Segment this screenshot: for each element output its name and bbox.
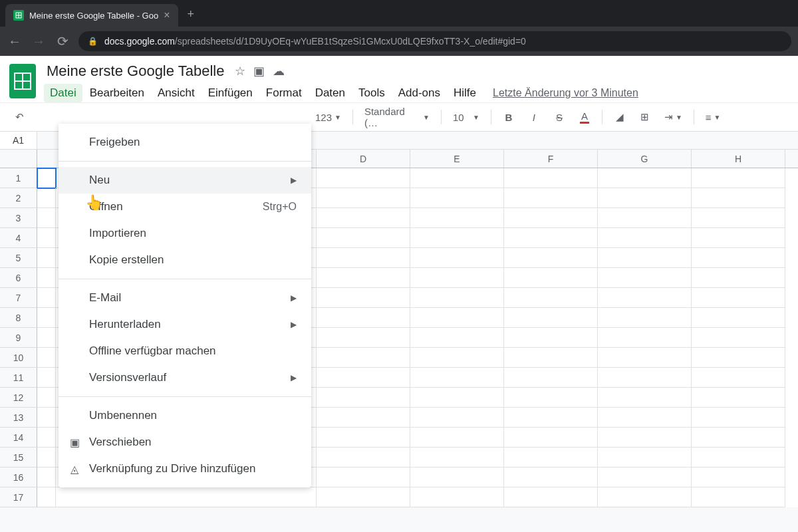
- cell[interactable]: [692, 208, 785, 228]
- cell[interactable]: [37, 168, 56, 188]
- cell[interactable]: [37, 248, 56, 268]
- cell[interactable]: [37, 208, 56, 228]
- cell[interactable]: [692, 188, 785, 208]
- cell[interactable]: [692, 408, 785, 428]
- cell[interactable]: [504, 308, 598, 328]
- cell[interactable]: [410, 168, 504, 188]
- row-header[interactable]: 7: [0, 288, 37, 308]
- menu-hilfe[interactable]: Hilfe: [448, 84, 482, 102]
- row-header[interactable]: 6: [0, 268, 37, 288]
- menu-item-herunterladen[interactable]: Herunterladen▶: [59, 311, 311, 338]
- cell[interactable]: [598, 168, 692, 188]
- row-header[interactable]: 14: [0, 428, 37, 448]
- row-header[interactable]: 13: [0, 408, 37, 428]
- row-header[interactable]: 12: [0, 388, 37, 408]
- cell[interactable]: [692, 467, 785, 487]
- menu-item-freigeben[interactable]: Freigeben: [59, 129, 311, 156]
- cell[interactable]: [410, 348, 504, 368]
- cell[interactable]: [410, 248, 504, 268]
- cell[interactable]: [410, 288, 504, 308]
- new-tab-icon[interactable]: +: [188, 7, 195, 21]
- cell[interactable]: [504, 208, 598, 228]
- cell[interactable]: [317, 288, 410, 308]
- select-all-corner[interactable]: [0, 150, 37, 168]
- cell[interactable]: [692, 248, 785, 268]
- row-header[interactable]: 8: [0, 308, 37, 328]
- menu-item--ffnen[interactable]: ÖffnenStrg+O: [59, 194, 311, 220]
- cell[interactable]: [598, 487, 692, 507]
- cell[interactable]: [410, 487, 504, 507]
- menu-datei[interactable]: Datei: [44, 84, 82, 102]
- cell[interactable]: [37, 487, 56, 507]
- cell[interactable]: [317, 428, 410, 448]
- col-header[interactable]: E: [410, 150, 504, 168]
- sheets-logo-icon[interactable]: [9, 64, 36, 98]
- cell[interactable]: [317, 268, 410, 288]
- cell[interactable]: [37, 467, 56, 487]
- row-header[interactable]: 2: [0, 188, 37, 208]
- row-header[interactable]: 3: [0, 208, 37, 228]
- row-header[interactable]: 9: [0, 328, 37, 348]
- cell[interactable]: [598, 208, 692, 228]
- cell[interactable]: [317, 448, 410, 467]
- undo-icon[interactable]: ↶: [9, 107, 29, 127]
- browser-tab[interactable]: Meine erste Google Tabelle - Goo ×: [5, 4, 178, 27]
- menu-item-neu[interactable]: Neu▶: [59, 167, 311, 194]
- cell[interactable]: [692, 288, 785, 308]
- move-icon[interactable]: ▣: [253, 64, 265, 78]
- row-header[interactable]: 1: [0, 168, 37, 188]
- strikethrough-icon[interactable]: S: [549, 107, 569, 127]
- cell[interactable]: [317, 388, 410, 408]
- cell[interactable]: [410, 467, 504, 487]
- cell[interactable]: [598, 368, 692, 388]
- cell[interactable]: [410, 408, 504, 428]
- cell[interactable]: [598, 228, 692, 248]
- menu-bearbeiten[interactable]: Bearbeiten: [84, 84, 150, 102]
- borders-icon[interactable]: ⊞: [635, 107, 655, 127]
- cell[interactable]: [317, 168, 410, 188]
- menu-item-importieren[interactable]: Importieren: [59, 220, 311, 247]
- cell[interactable]: [598, 268, 692, 288]
- cell[interactable]: [504, 408, 598, 428]
- cell[interactable]: [37, 288, 56, 308]
- document-title[interactable]: Meine erste Google Tabelle: [44, 61, 227, 81]
- forward-icon[interactable]: →: [31, 33, 47, 49]
- cell[interactable]: [317, 308, 410, 328]
- cell[interactable]: [598, 288, 692, 308]
- text-color-icon[interactable]: A: [575, 107, 595, 127]
- cell[interactable]: [504, 348, 598, 368]
- cell[interactable]: [692, 268, 785, 288]
- horizontal-align-button[interactable]: ≡▼: [702, 112, 725, 123]
- cell[interactable]: [598, 408, 692, 428]
- reload-icon[interactable]: ⟳: [55, 33, 70, 49]
- cell[interactable]: [37, 448, 56, 467]
- tab-close-icon[interactable]: ×: [164, 9, 170, 21]
- cell[interactable]: [317, 248, 410, 268]
- cell[interactable]: [692, 388, 785, 408]
- merge-cells-button[interactable]: ⇥▼: [660, 111, 686, 123]
- cell[interactable]: [504, 228, 598, 248]
- row-header[interactable]: 11: [0, 368, 37, 388]
- cell[interactable]: [37, 328, 56, 348]
- cell[interactable]: [317, 188, 410, 208]
- star-icon[interactable]: ☆: [235, 64, 245, 78]
- cell[interactable]: [410, 388, 504, 408]
- cell[interactable]: [598, 328, 692, 348]
- font-family-button[interactable]: Standard (…▼: [360, 106, 434, 128]
- cell[interactable]: [504, 328, 598, 348]
- cell[interactable]: [598, 248, 692, 268]
- cell[interactable]: [504, 268, 598, 288]
- cell[interactable]: [410, 188, 504, 208]
- cell[interactable]: [598, 188, 692, 208]
- menu-ansicht[interactable]: Ansicht: [152, 84, 201, 102]
- cell[interactable]: [317, 408, 410, 428]
- url-bar[interactable]: 🔒 docs.google.com/spreadsheets/d/1D9UyOE…: [78, 31, 791, 51]
- last-edit-link[interactable]: Letzte Änderung vor 3 Minuten: [493, 87, 638, 99]
- menu-item-e-mail[interactable]: E-Mail▶: [59, 285, 311, 311]
- cell[interactable]: [504, 487, 598, 507]
- menu-daten[interactable]: Daten: [309, 84, 351, 102]
- menu-einfuegen[interactable]: Einfügen: [202, 84, 259, 102]
- cell[interactable]: [692, 348, 785, 368]
- cell[interactable]: [504, 368, 598, 388]
- cell[interactable]: [317, 467, 410, 487]
